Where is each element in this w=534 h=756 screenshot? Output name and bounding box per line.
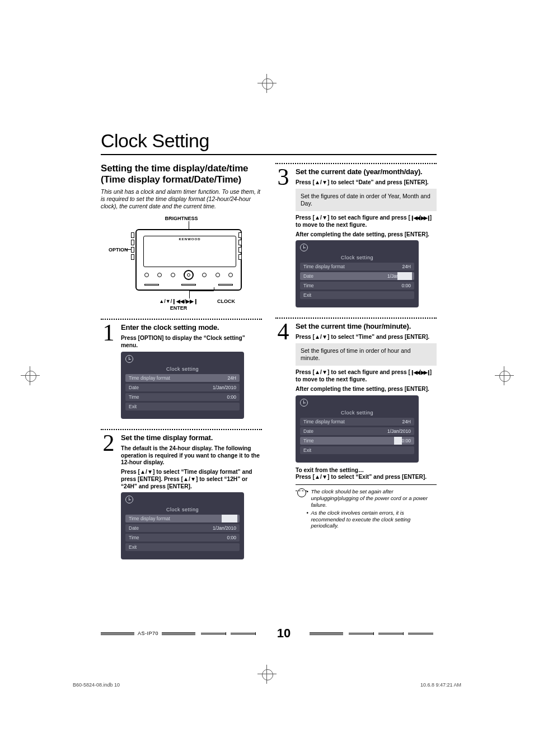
device-small-button xyxy=(157,273,162,277)
option-label: OPTION xyxy=(109,247,128,253)
leader-nav xyxy=(189,291,190,298)
registration-mark-left xyxy=(25,371,36,382)
device-button-row xyxy=(144,270,233,279)
up-arrow-icon xyxy=(315,214,320,221)
leader-brightness xyxy=(189,221,189,229)
device-screen: KENWOOD xyxy=(143,236,236,267)
device-diagram: BRIGHTNESS OPTION KENWOOD xyxy=(109,216,254,314)
intro-text: This unit has a clock and alarm timer fu… xyxy=(101,188,262,210)
dotted-divider xyxy=(275,318,437,319)
up-arrow-icon xyxy=(315,474,320,480)
clock-icon xyxy=(125,355,133,363)
device-small-button xyxy=(171,273,175,277)
clock-label: CLOCK xyxy=(217,298,235,304)
up-arrow-icon xyxy=(315,179,320,185)
device-small-button xyxy=(228,273,233,277)
down-arrow-icon xyxy=(190,476,196,482)
page-number: 10 xyxy=(277,626,291,641)
step-1: 1 Enter the clock setting mode. Press [O… xyxy=(101,323,262,423)
down-arrow-icon xyxy=(322,214,327,221)
footer-bar-icon xyxy=(162,632,195,635)
up-arrow-icon xyxy=(140,469,146,475)
lcd-step-1: Clock settingTime display format24HDate1… xyxy=(121,352,244,419)
step-2-body-b: Press [/] to select “Time display format… xyxy=(121,469,262,490)
footer-segment xyxy=(231,633,256,634)
lcd-step-4: Clock settingTime display format24HDate1… xyxy=(296,395,419,463)
step-4-line1: Press [/] to select “Time” and press [EN… xyxy=(296,334,437,341)
clock-icon xyxy=(125,496,133,503)
step-1-instruction: Press [OPTION] to display the “Clock set… xyxy=(121,335,262,349)
device-brand: KENWOOD xyxy=(144,237,236,241)
section-heading-line1: Setting the time display/date/time xyxy=(101,163,248,174)
footer-segment xyxy=(201,633,226,634)
device-small-button xyxy=(144,273,149,277)
enter-label: ENTER xyxy=(142,305,215,311)
model-label: AS-IP70 xyxy=(138,631,158,636)
step-number: 3 xyxy=(275,167,291,312)
clock-icon xyxy=(300,399,308,407)
down-arrow-icon xyxy=(322,334,327,340)
step-2: 2 Set the time display format. The defau… xyxy=(101,433,262,564)
dotted-divider xyxy=(101,429,262,430)
footer-bar-icon xyxy=(101,632,134,635)
step-3-line3: After completing the date setting, press… xyxy=(296,231,437,239)
section-heading-line2: (Time display format/Date/Time) xyxy=(101,174,241,185)
nav-keys-label: ▲/▼/❙◀◀/▶▶❙ xyxy=(142,298,215,304)
step-number: 2 xyxy=(101,433,116,564)
up-arrow-icon xyxy=(315,334,320,340)
registration-mark-bottom xyxy=(262,669,273,680)
step-2-body-a: The default is the 24-hour display. The … xyxy=(121,445,262,466)
exit-line2: Press [/] to select “Exit” and press [EN… xyxy=(296,474,437,481)
side-buttons-left xyxy=(131,232,135,260)
step-number: 4 xyxy=(275,322,291,530)
tip-item: The clock should be set again after unpl… xyxy=(306,488,437,508)
leader-clock-v xyxy=(214,287,214,291)
print-info-left: B60-5824-08.indb 10 xyxy=(73,682,120,688)
step-3-line2: Press [/] to set each figure and press [… xyxy=(296,214,437,229)
down-arrow-icon xyxy=(322,179,327,185)
tips-section: The clock should be set again after unpl… xyxy=(296,484,437,530)
step-1-title: Enter the clock setting mode. xyxy=(121,323,262,332)
footer-segment xyxy=(349,633,374,634)
dotted-divider xyxy=(101,319,262,320)
skip-prev-icon xyxy=(410,214,419,221)
device-body: KENWOOD xyxy=(135,229,242,291)
step-4-title: Set the current time (hour/minute). xyxy=(296,322,437,330)
page-title: Clock Setting xyxy=(101,130,437,152)
page-footer: AS-IP70 10 xyxy=(101,629,435,637)
dotted-divider xyxy=(275,163,437,164)
step-2-title: Set the time display format. xyxy=(121,433,262,442)
lightbulb-icon xyxy=(296,488,302,500)
device-small-button xyxy=(202,273,207,277)
skip-prev-icon xyxy=(410,369,419,375)
device-bottom-bar xyxy=(144,284,233,286)
up-arrow-icon xyxy=(315,369,320,375)
footer-bar-icon xyxy=(310,632,343,635)
side-buttons-right xyxy=(238,232,243,260)
tips-list: The clock should be set again after unpl… xyxy=(306,488,437,530)
leader-clock xyxy=(189,291,214,291)
down-arrow-icon xyxy=(322,369,327,375)
step-3: 3 Set the current date (year/month/day).… xyxy=(275,167,437,312)
footer-segment xyxy=(378,633,404,634)
skip-next-icon xyxy=(421,214,430,221)
step-4-note: Set the figures of time in order of hour… xyxy=(296,343,437,366)
down-arrow-icon xyxy=(322,474,327,480)
step-4-line2: Press [/] to set each figure and press [… xyxy=(296,369,437,384)
brightness-label: BRIGHTNESS xyxy=(109,216,254,221)
footer-segment xyxy=(408,633,433,634)
step-3-note: Set the figures of date in order of Year… xyxy=(296,189,437,211)
step-3-title: Set the current date (year/month/day). xyxy=(296,167,437,176)
step-number: 1 xyxy=(101,323,116,423)
tip-item: As the clock involves certain errors, it… xyxy=(306,510,437,530)
section-heading: Setting the time display/date/time (Time… xyxy=(101,163,262,185)
clock-icon xyxy=(300,244,308,251)
title-rule xyxy=(101,154,437,155)
device-small-button xyxy=(216,273,220,277)
step-4-line3: After completing the time setting, press… xyxy=(296,386,437,393)
down-arrow-icon xyxy=(147,469,153,475)
skip-next-icon xyxy=(421,369,430,375)
exit-line1: To exit from the setting… xyxy=(296,467,437,474)
up-arrow-icon xyxy=(183,476,189,482)
registration-mark-right xyxy=(499,371,510,382)
